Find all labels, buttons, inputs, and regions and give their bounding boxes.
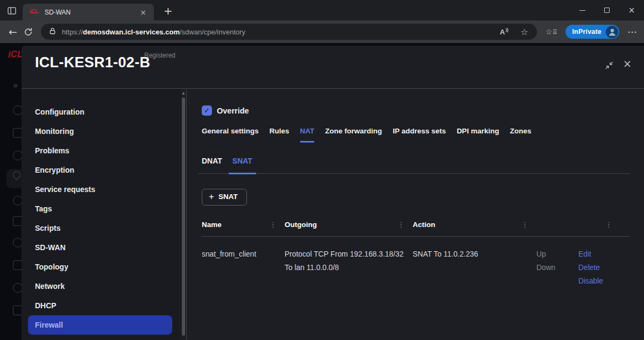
column-menu-icon[interactable]: ⋮ <box>520 221 529 229</box>
sidebar-item-dhcp[interactable]: DHCP <box>28 296 172 315</box>
override-label: Override <box>217 107 249 115</box>
subtab-dnat[interactable]: DNAT <box>198 157 226 174</box>
avatar <box>606 26 618 38</box>
column-header-name: Name <box>202 221 222 229</box>
edit-link[interactable]: Edit <box>578 247 603 261</box>
plus-icon: + <box>209 192 214 201</box>
column-menu-icon[interactable]: ⋮ <box>604 221 613 229</box>
window-minimize-icon[interactable] <box>570 0 595 20</box>
firewall-tabs: General settings Rules NAT Zone forwardi… <box>202 127 629 143</box>
snat-rule-action: SNAT To 11.0.2.236 <box>413 247 536 288</box>
nat-subtabs: DNAT SNAT <box>198 157 629 174</box>
sidebar-item-network[interactable]: Network <box>28 277 172 296</box>
snat-rule-outgoing: Protocol TCP From 192.168.3.18/32 To lan… <box>285 247 406 288</box>
collapse-icon[interactable] <box>603 59 615 71</box>
tab-general-settings[interactable]: General settings <box>202 127 259 143</box>
favorites-bar-icon[interactable]: ☆ <box>546 27 557 36</box>
move-controls: Up Down <box>536 247 578 288</box>
tab-rules[interactable]: Rules <box>270 127 289 143</box>
move-down-button[interactable]: Down <box>536 261 578 274</box>
column-header-action: Action <box>413 221 435 229</box>
modal-body: Configuration Monitoring Problems Encryp… <box>22 89 644 340</box>
favorite-star-icon[interactable]: ☆ <box>520 27 528 37</box>
scrollbar-thumb[interactable] <box>182 97 185 336</box>
sidebar-item-topology[interactable]: Topology <box>28 257 172 277</box>
modal-close-icon[interactable]: × <box>621 58 633 69</box>
sidebar-item-encryption[interactable]: Encryption <box>28 160 172 180</box>
override-checkbox[interactable]: ✓ <box>202 105 212 116</box>
sidebar-item-sdwan[interactable]: SD-WAN <box>28 238 172 257</box>
browser-tab[interactable]: iCL SERVICES SD-WAN × <box>23 4 154 20</box>
tab-workspace-icon[interactable] <box>5 4 19 18</box>
check-icon: ✓ <box>204 107 210 115</box>
sidebar-item-firewall[interactable]: Firewall <box>28 315 172 335</box>
sidebar-scrollbar[interactable]: ▲ <box>181 89 186 340</box>
browser-tabstrip: iCL SERVICES SD-WAN × + × <box>0 0 644 20</box>
reload-icon[interactable] <box>20 24 36 39</box>
browser-menu-icon[interactable]: ··· <box>628 27 638 37</box>
icl-favicon: iCL SERVICES <box>30 10 41 14</box>
new-tab-button[interactable]: + <box>161 4 175 17</box>
tab-close-icon[interactable]: × <box>138 8 148 17</box>
lock-icon[interactable] <box>48 27 56 37</box>
tab-dpi-marking[interactable]: DPI marking <box>457 127 499 143</box>
tab-zone-forwarding[interactable]: Zone forwarding <box>325 127 382 143</box>
sidebar-item-scripts[interactable]: Scripts <box>28 218 172 238</box>
sidebar-item-monitoring[interactable]: Monitoring <box>28 122 172 141</box>
tab-title: SD-WAN <box>45 9 138 16</box>
app-nav-rail: iCL SERVICES » <box>0 43 22 340</box>
window-close-icon[interactable]: × <box>619 0 644 20</box>
browser-toolbar: ← https://demosdwan.icl-services.com/sdw… <box>0 20 644 43</box>
column-menu-icon[interactable]: ⋮ <box>268 221 278 229</box>
device-status-badge: Registered <box>144 52 175 59</box>
window-controls: × <box>570 0 644 20</box>
firewall-content: ✓ Override General settings Rules NAT Zo… <box>186 89 644 340</box>
sidebar-item-problems[interactable]: Problems <box>28 141 172 160</box>
device-modal: ICL-KESR1-02-B Registered × Configuratio… <box>22 46 644 340</box>
row-actions: Edit Delete Disable <box>578 247 603 288</box>
tab-ip-address-sets[interactable]: IP address sets <box>393 127 446 143</box>
column-header-outgoing: Outgoing <box>285 221 317 229</box>
icl-logo: iCL SERVICES <box>8 52 23 59</box>
url-text[interactable]: https://demosdwan.icl-services.com/sdwan… <box>62 28 500 36</box>
add-snat-button[interactable]: + SNAT <box>202 189 247 206</box>
read-aloud-icon[interactable]: A <box>500 28 509 36</box>
inprivate-badge[interactable]: InPrivate <box>565 25 619 39</box>
column-menu-icon[interactable]: ⋮ <box>397 221 406 229</box>
device-title: ICL-KESR1-02-B <box>35 54 150 71</box>
delete-link[interactable]: Delete <box>578 261 603 274</box>
move-up-button[interactable]: Up <box>536 247 578 261</box>
tab-nat[interactable]: NAT <box>300 127 315 143</box>
sidebar-item-tags[interactable]: Tags <box>28 199 172 218</box>
snat-table: Name ⋮ Outgoing ⋮ Action ⋮ ⋮ <box>202 216 629 288</box>
sidebar-item-configuration[interactable]: Configuration <box>28 102 172 122</box>
table-row: snat_from_client Protocol TCP From 192.1… <box>202 237 629 288</box>
scrollbar-up-icon[interactable]: ▲ <box>181 91 186 95</box>
device-menu: Configuration Monitoring Problems Encryp… <box>22 89 181 340</box>
snat-table-header: Name ⋮ Outgoing ⋮ Action ⋮ ⋮ <box>202 216 629 237</box>
back-icon[interactable]: ← <box>5 24 20 39</box>
sidebar-item-service-requests[interactable]: Service requests <box>28 180 172 199</box>
disable-link[interactable]: Disable <box>578 274 603 288</box>
override-row: ✓ Override <box>202 105 629 116</box>
snat-rule-name: snat_from_client <box>202 247 285 288</box>
window-maximize-icon[interactable] <box>595 0 619 20</box>
subtab-snat[interactable]: SNAT <box>229 157 256 174</box>
tab-zones[interactable]: Zones <box>510 127 532 143</box>
modal-header: ICL-KESR1-02-B Registered × <box>22 46 644 89</box>
address-bar[interactable]: https://demosdwan.icl-services.com/sdwan… <box>41 24 537 40</box>
